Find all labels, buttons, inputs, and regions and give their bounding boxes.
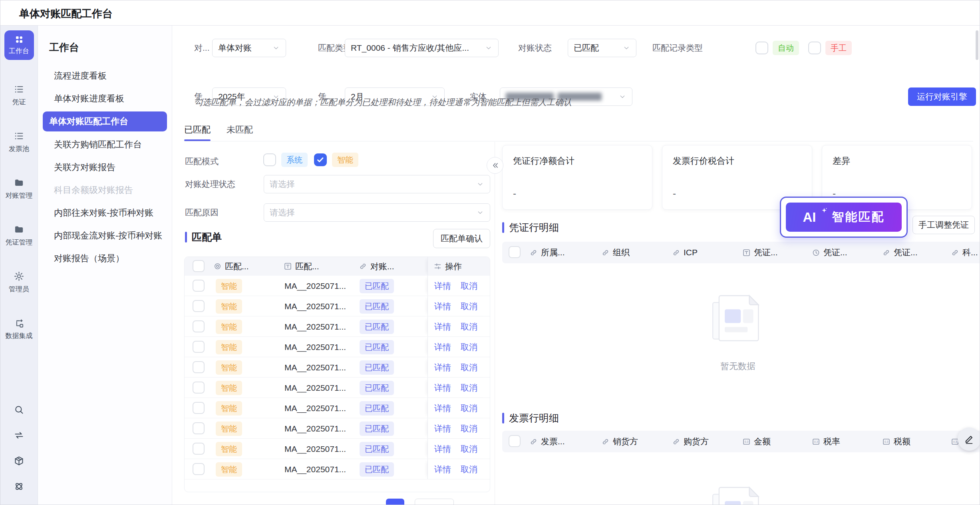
edit-columns-fab[interactable]: [958, 427, 980, 451]
cancel-link[interactable]: 取消: [461, 464, 477, 475]
rail-item-data-integration[interactable]: 数据集成: [4, 318, 34, 340]
match-id: MA__2025071...: [284, 418, 346, 439]
tab-unmatched[interactable]: 未匹配: [227, 117, 253, 141]
rail-item-recon-management[interactable]: 对账管理: [4, 177, 34, 200]
rail-item-voucher[interactable]: 凭证: [4, 84, 34, 107]
detail-link[interactable]: 详情: [434, 403, 451, 414]
select-all-checkbox[interactable]: [193, 260, 205, 272]
invoice-select-all-checkbox[interactable]: [509, 435, 521, 447]
row-checkbox[interactable]: [193, 402, 205, 414]
detail-link[interactable]: 详情: [434, 443, 451, 455]
row-actions: 详情 取消: [427, 357, 490, 377]
detail-link[interactable]: 详情: [434, 362, 451, 373]
chevron-down-icon: [485, 44, 493, 52]
match-confirm-button[interactable]: 匹配单确认: [433, 229, 490, 248]
tab-matched[interactable]: 已匹配: [184, 117, 211, 141]
row-checkbox[interactable]: [193, 280, 205, 292]
link-icon: [951, 249, 959, 257]
integration-icon: [14, 318, 24, 328]
cancel-link[interactable]: 取消: [461, 403, 477, 414]
row-checkbox[interactable]: [193, 300, 205, 312]
record-type-option-label[interactable]: 手工: [825, 41, 852, 55]
voucher-empty-state: 暂无数据: [502, 288, 974, 372]
row-checkbox[interactable]: [193, 382, 205, 394]
cancel-link[interactable]: 取消: [461, 443, 477, 455]
detail-link[interactable]: 详情: [434, 280, 451, 292]
rail-item-admin[interactable]: 管理员: [4, 271, 34, 294]
cancel-link[interactable]: 取消: [461, 301, 477, 312]
detail-link[interactable]: 详情: [434, 321, 451, 332]
match-mode-option-label[interactable]: 系统: [281, 153, 308, 167]
match-status-badge: 已匹配: [360, 462, 394, 477]
pagination-size-select[interactable]: [415, 499, 454, 505]
match-mode-checkbox-1[interactable]: [263, 153, 276, 166]
rail-item-label: 工作台: [9, 46, 29, 56]
row-checkbox[interactable]: [193, 320, 205, 332]
voucher-select-all-checkbox[interactable]: [509, 246, 521, 258]
recon-status-value: 已匹配: [574, 42, 599, 54]
notice-text: 勾选匹配单，会过滤对应的单据；匹配单分为已处理和待处理，待处理通常为智能匹配上但…: [194, 97, 572, 108]
cancel-link[interactable]: 取消: [461, 362, 477, 373]
check-icon: [316, 155, 325, 165]
cancel-link[interactable]: 取消: [461, 321, 477, 332]
run-recon-engine-button[interactable]: 运行对账引擎: [908, 87, 976, 106]
pagination-page-button[interactable]: [386, 499, 404, 505]
voucher-column-header: 凭证...: [812, 242, 847, 263]
recon-status-select[interactable]: 已匹配: [568, 39, 636, 57]
sidebar-item-entity-recon-progress-board[interactable]: 单体对账进度看板: [43, 87, 167, 110]
swap-icon[interactable]: [14, 430, 24, 441]
row-checkbox[interactable]: [193, 463, 205, 475]
vertical-scrollbar-thumb[interactable]: [976, 30, 978, 60]
chevron-down-icon: [476, 180, 484, 188]
cancel-link[interactable]: 取消: [461, 280, 477, 292]
sidebar-item-related-party-trade-match-workbench[interactable]: 关联方购销匹配工作台: [43, 133, 167, 156]
match-mode-option-label[interactable]: 智能: [332, 153, 358, 167]
sidebar-item-internal-current-recon[interactable]: 内部往来对账-按币种对账: [43, 201, 167, 224]
search-icon[interactable]: [14, 404, 24, 415]
rail-item-voucher-management[interactable]: 凭证管理: [4, 224, 34, 247]
sidebar-item-internal-cashflow-recon[interactable]: 内部现金流对账-按币种对账: [43, 224, 167, 247]
row-checkbox[interactable]: [193, 341, 205, 353]
collapse-panel-button[interactable]: [487, 157, 503, 174]
match-mode-badge: 智能: [216, 401, 242, 416]
row-checkbox[interactable]: [193, 443, 205, 455]
match-type-select[interactable]: RT_0006 - 销售方应收/其他应...: [345, 39, 499, 57]
scheme-value: 单体对账: [218, 42, 252, 54]
detail-link[interactable]: 详情: [434, 464, 451, 475]
rail-item-invoice-pool[interactable]: 发票池: [4, 131, 34, 153]
detail-link[interactable]: 详情: [434, 342, 451, 353]
process-status-select[interactable]: 请选择: [264, 175, 490, 193]
detail-link[interactable]: 详情: [434, 423, 451, 434]
package-icon[interactable]: [14, 455, 24, 466]
scheme-select[interactable]: 单体对账: [212, 39, 286, 57]
match-reason-select[interactable]: 请选择: [264, 203, 490, 222]
match-row: 智能MA__2025071...已匹配 详情 取消: [185, 296, 490, 316]
ai-smart-match-button[interactable]: AI 智能匹配: [780, 197, 908, 238]
match-id: MA__2025071...: [284, 337, 346, 357]
record-type-option-label[interactable]: 自动: [773, 41, 799, 55]
record-type-checkbox-1[interactable]: [755, 42, 768, 54]
manual-adjust-voucher-button[interactable]: 手工调整凭证: [912, 216, 975, 234]
invoice-column-header: 销货方: [601, 431, 638, 452]
record-type-checkbox-2[interactable]: [808, 42, 821, 54]
cancel-link[interactable]: 取消: [461, 382, 477, 394]
cancel-link[interactable]: 取消: [461, 342, 477, 353]
sidebar-item-account-balance-recon-report[interactable]: 科目余额级对账报告: [43, 179, 167, 201]
sidebar-item-recon-report-scene[interactable]: 对账报告（场景）: [43, 247, 167, 270]
rail-item-workbench[interactable]: 工作台: [4, 30, 34, 60]
number-icon: 0.3: [882, 437, 891, 446]
atom-icon[interactable]: [14, 481, 24, 492]
sidebar-item-related-party-recon-report[interactable]: 关联方对账报告: [43, 156, 167, 179]
sidebar-item-process-progress-board[interactable]: 流程进度看板: [43, 64, 167, 87]
cancel-link[interactable]: 取消: [461, 423, 477, 434]
card-title: 差异: [833, 155, 850, 167]
detail-link[interactable]: 详情: [434, 301, 451, 312]
sidebar-item-entity-recon-match-workbench[interactable]: 单体对账匹配工作台: [43, 111, 167, 131]
detail-link[interactable]: 详情: [434, 382, 451, 394]
row-checkbox[interactable]: [193, 422, 205, 434]
match-mode-badge: 智能: [216, 421, 242, 436]
match-mode-checkbox-2[interactable]: [314, 153, 327, 166]
grid-icon: [14, 35, 24, 44]
row-checkbox[interactable]: [193, 361, 205, 373]
match-status-badge: 已匹配: [360, 381, 394, 395]
